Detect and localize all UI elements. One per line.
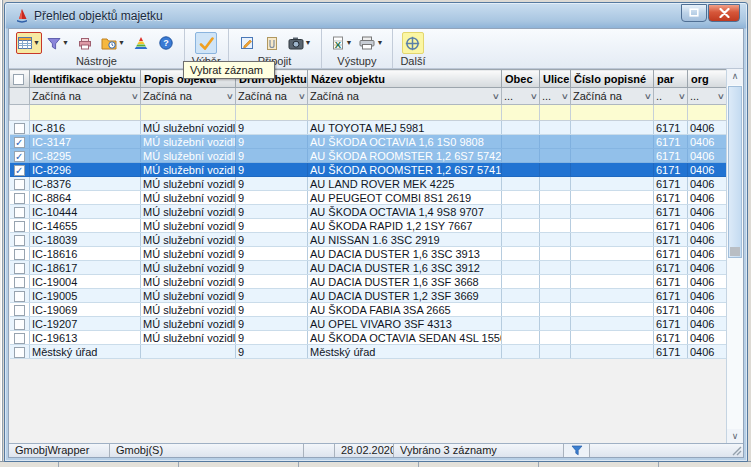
- row-select-cell[interactable]: [10, 219, 30, 233]
- table-row[interactable]: IC-19613MÚ služební vozidlo9AU ŠKODA OCT…: [10, 331, 727, 345]
- attach-document-button[interactable]: [261, 32, 283, 54]
- table-row[interactable]: IC-18617MÚ služební vozidlo9AU DACIA DUS…: [10, 261, 727, 275]
- row-checkbox[interactable]: ✓: [14, 165, 25, 176]
- column-header-cislo-popisne[interactable]: Číslo popisné: [571, 70, 654, 88]
- restore-button[interactable]: [681, 4, 707, 22]
- table-row[interactable]: IC-19005MÚ služební vozidlo9AU DACIA DUS…: [10, 289, 727, 303]
- filter-operator-identifikace[interactable]: Začíná na∨: [30, 88, 141, 105]
- filter-input-obec[interactable]: [502, 105, 540, 121]
- table-row[interactable]: ✓IC-8296MÚ služební vozidlo9AU ŠKODA ROO…: [10, 163, 727, 177]
- row-select-cell[interactable]: [10, 275, 30, 289]
- filter-operator-popis[interactable]: Začíná na∨: [141, 88, 236, 105]
- row-select-cell[interactable]: [10, 191, 30, 205]
- help-button[interactable]: ?: [155, 32, 177, 54]
- table-row[interactable]: IC-19004MÚ služební vozidlo9AU DACIA DUS…: [10, 275, 727, 289]
- column-header-nazev[interactable]: Název objektu: [308, 70, 502, 88]
- excel-export-button[interactable]: X ▼: [329, 32, 355, 54]
- row-select-cell[interactable]: [10, 289, 30, 303]
- filter-button[interactable]: ▼: [45, 32, 71, 54]
- table-row[interactable]: IC-14655MÚ služební vozidlo9AU ŠKODA RAP…: [10, 219, 727, 233]
- row-checkbox[interactable]: ✓: [14, 151, 25, 162]
- row-select-cell[interactable]: [10, 331, 30, 345]
- camera-button[interactable]: ▼: [286, 32, 314, 54]
- table-row[interactable]: IC-18616MÚ služební vozidlo9AU DACIA DUS…: [10, 247, 727, 261]
- layers-pyramid-button[interactable]: [130, 32, 152, 54]
- row-checkbox[interactable]: [14, 277, 25, 288]
- column-header-org[interactable]: org: [688, 70, 727, 88]
- table-row[interactable]: IC-19207MÚ služební vozidlo9AU OPEL VIVA…: [10, 317, 727, 331]
- row-checkbox[interactable]: [14, 123, 25, 134]
- row-checkbox[interactable]: [14, 249, 25, 260]
- filter-operator-ulice[interactable]: ...∨: [540, 88, 571, 105]
- row-select-cell[interactable]: ✓: [10, 135, 30, 149]
- row-checkbox[interactable]: [14, 263, 25, 274]
- filter-input-cislo-popisne[interactable]: [571, 105, 654, 121]
- close-button[interactable]: [708, 4, 740, 22]
- filter-operator-cislo-popisne[interactable]: Začíná na∨: [571, 88, 654, 105]
- resize-grip-icon[interactable]: [731, 445, 742, 456]
- select-all-checkbox[interactable]: [13, 74, 24, 85]
- grid-agenda-button[interactable]: ▼: [16, 32, 42, 54]
- table-row[interactable]: IC-18039MÚ služební vozidlo9AU NISSAN 1.…: [10, 233, 727, 247]
- row-checkbox[interactable]: ✓: [14, 137, 25, 148]
- row-select-cell[interactable]: [10, 121, 30, 135]
- column-header-obec[interactable]: Obec: [502, 70, 540, 88]
- crosshair-button[interactable]: [402, 32, 424, 54]
- title-bar[interactable]: Přehled objektů majetku: [8, 3, 744, 28]
- table-row[interactable]: IC-19069MÚ služební vozidlo9AU ŠKODA FAB…: [10, 303, 727, 317]
- row-select-cell[interactable]: [10, 303, 30, 317]
- row-checkbox[interactable]: [14, 291, 25, 302]
- row-select-cell[interactable]: [10, 177, 30, 191]
- status-filter-button[interactable]: [564, 444, 590, 457]
- row-checkbox[interactable]: [14, 179, 25, 190]
- table-row[interactable]: ✓IC-8295MÚ služební vozidlo9AU ŠKODA ROO…: [10, 149, 727, 163]
- row-checkbox[interactable]: [14, 305, 25, 316]
- filter-operator-obec[interactable]: ...∨: [502, 88, 540, 105]
- select-record-button[interactable]: [195, 32, 217, 54]
- row-select-cell[interactable]: [10, 205, 30, 219]
- scrollbar-thumb[interactable]: [728, 86, 742, 258]
- filter-operator-druh[interactable]: Začíná na∨: [236, 88, 308, 105]
- vertical-scrollbar[interactable]: ∧ ∨: [726, 69, 743, 445]
- filter-operator-par[interactable]: ..∨: [654, 88, 688, 105]
- column-header-ulice[interactable]: Ulice: [540, 70, 571, 88]
- row-select-cell[interactable]: ✓: [10, 149, 30, 163]
- column-header-par[interactable]: par: [654, 70, 688, 88]
- filter-input-par[interactable]: [654, 105, 688, 121]
- row-checkbox[interactable]: [14, 207, 25, 218]
- row-select-cell[interactable]: [10, 247, 30, 261]
- row-select-cell[interactable]: [10, 345, 30, 359]
- table-row[interactable]: ✓IC-3147MÚ služební vozidlo9AU ŠKODA OCT…: [10, 135, 727, 149]
- cell-identifikace: IC-18617: [30, 261, 141, 275]
- filter-operator-org[interactable]: ...∨: [688, 88, 727, 105]
- column-header-identifikace[interactable]: Identifikace objektu: [30, 70, 141, 88]
- table-row[interactable]: IC-8376MÚ služební vozidlo9AU LAND ROVER…: [10, 177, 727, 191]
- row-checkbox[interactable]: [14, 221, 25, 232]
- print-button[interactable]: ▼: [357, 32, 385, 54]
- table-row[interactable]: IC-8864MÚ služební vozidlo9AU PEUGEOT CO…: [10, 191, 727, 205]
- table-row[interactable]: Městský úřad9Městský úřad61710406: [10, 345, 727, 359]
- filter-input-druh[interactable]: [236, 105, 308, 121]
- filter-input-popis[interactable]: [141, 105, 236, 121]
- row-select-cell[interactable]: [10, 233, 30, 247]
- row-select-cell[interactable]: ✓: [10, 163, 30, 177]
- row-checkbox[interactable]: [14, 347, 25, 358]
- row-checkbox[interactable]: [14, 193, 25, 204]
- row-checkbox[interactable]: [14, 235, 25, 246]
- select-all-header[interactable]: [10, 70, 30, 88]
- scroll-up-button[interactable]: ∧: [727, 69, 743, 85]
- row-select-cell[interactable]: [10, 261, 30, 275]
- copy-print-button[interactable]: [74, 32, 96, 54]
- table-row[interactable]: IC-10444MÚ služební vozidlo9AU ŠKODA OCT…: [10, 205, 727, 219]
- row-checkbox[interactable]: [14, 319, 25, 330]
- edit-note-button[interactable]: [236, 32, 258, 54]
- filter-input-org[interactable]: [688, 105, 727, 121]
- table-row[interactable]: IC-816MÚ služební vozidlo9AU TOYOTA MEJ …: [10, 121, 727, 135]
- filter-input-nazev[interactable]: [308, 105, 502, 121]
- filter-input-ulice[interactable]: [540, 105, 571, 121]
- row-select-cell[interactable]: [10, 317, 30, 331]
- row-checkbox[interactable]: [14, 333, 25, 344]
- filter-input-identifikace[interactable]: [30, 105, 141, 121]
- filter-operator-nazev[interactable]: Začíná na∨: [308, 88, 502, 105]
- history-folder-button[interactable]: ▼: [99, 32, 127, 54]
